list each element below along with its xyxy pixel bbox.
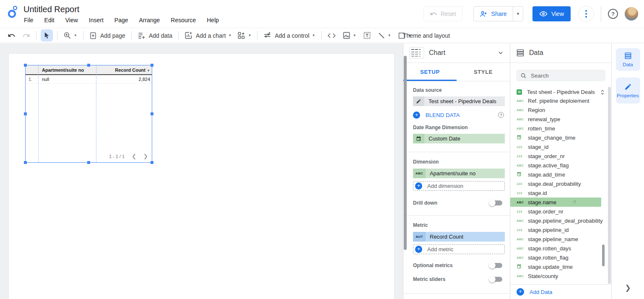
reset-button[interactable]: Reset — [423, 6, 462, 21]
url-embed-button[interactable] — [326, 31, 338, 40]
data-source-row[interactable]: Test sheet - Pipedrive Deals — [516, 89, 605, 95]
field-stage.id[interactable]: 123stage.id — [510, 188, 611, 198]
resize-handle[interactable] — [24, 161, 27, 164]
pencil-icon[interactable] — [413, 96, 424, 106]
field-name: stage.deal_probability — [528, 181, 581, 187]
more-options-button[interactable] — [578, 6, 594, 22]
rail-properties-button[interactable]: Properties — [616, 78, 640, 104]
field-list-scrollbar[interactable] — [602, 244, 605, 266]
field-State/county[interactable]: ABCState/county — [510, 271, 611, 281]
data-panel: Data Test sheet - Pipedrive Deals ABCRef… — [510, 43, 611, 299]
image-button[interactable]: ▼ — [341, 31, 358, 39]
date-range-dimension-label: Date Range Dimension — [413, 125, 505, 130]
menu-help[interactable]: Help — [207, 17, 219, 23]
field-stage_order_nr[interactable]: 123stage_order_nr — [510, 151, 611, 161]
page-next-icon[interactable]: ❯ — [143, 153, 148, 159]
line-button[interactable]: ▼ — [376, 32, 393, 39]
chevron-down-icon[interactable] — [497, 49, 504, 56]
tab-style[interactable]: STYLE — [457, 63, 510, 81]
resize-handle[interactable] — [151, 161, 153, 164]
cursor-icon — [44, 32, 50, 39]
search-input[interactable] — [531, 73, 594, 79]
menu-resource[interactable]: Resource — [171, 17, 196, 23]
table-chart[interactable]: Apartment/suite no Record Count ▼ 1. nul… — [25, 65, 152, 163]
resize-handle[interactable] — [87, 161, 90, 164]
text-field-icon: ABC — [517, 256, 528, 260]
field-stage.update_time[interactable]: stage.update_time — [510, 262, 611, 271]
date-range-dimension-chip[interactable]: Custom Date — [413, 134, 505, 143]
add-chart-button[interactable]: Add a chart ▼ — [183, 31, 234, 39]
menu-file[interactable]: File — [24, 17, 34, 23]
view-button[interactable]: View — [532, 6, 571, 21]
calendar-icon — [413, 134, 424, 143]
metric-sliders-toggle[interactable] — [490, 277, 502, 282]
select-tool-button[interactable] — [41, 29, 53, 42]
field-stage.pipeline_deal_probability[interactable]: ABCstage.pipeline_deal_probability — [510, 216, 611, 225]
panel-scrollbar[interactable] — [608, 87, 611, 284]
add-data-button[interactable]: Add data — [136, 31, 174, 39]
setup-scrollbar[interactable] — [404, 56, 407, 250]
canvas[interactable]: Apartment/suite no Record Count ▼ 1. nul… — [0, 44, 403, 299]
field-stage.pipeline_name[interactable]: ABCstage.pipeline_name — [510, 234, 611, 244]
undo-button[interactable] — [8, 31, 16, 39]
metric-chip[interactable]: AUT Record Count — [413, 232, 505, 242]
report-title[interactable]: Untitled Report — [23, 5, 79, 14]
avatar[interactable] — [625, 7, 638, 21]
header-divider — [601, 6, 601, 22]
blend-data-button[interactable]: + BLEND DATA ? — [413, 110, 505, 120]
add-data-button[interactable]: + Add Data — [510, 284, 611, 299]
blend-help-icon[interactable]: ? — [498, 112, 504, 118]
menu-view[interactable]: View — [65, 17, 78, 23]
rail-data-button[interactable]: Data — [616, 48, 640, 71]
resize-handle[interactable] — [151, 64, 153, 67]
redo-button[interactable] — [22, 31, 30, 39]
share-button[interactable]: Share ▼ — [473, 6, 523, 21]
add-page-button[interactable]: Add page — [88, 32, 127, 39]
field-stage.rotten_days[interactable]: ABCstage.rotten_days — [510, 244, 611, 253]
field-stage.name[interactable]: ABCstage.name☝ — [510, 198, 601, 207]
dimension-chip[interactable]: ABC Apartment/suite no — [413, 169, 505, 178]
field-stage.add_time[interactable]: stage.add_time — [510, 170, 611, 179]
field-rotten_time[interactable]: ABCrotten_time — [510, 124, 611, 133]
collapse-panel-chevron-icon[interactable]: ❯ — [625, 283, 631, 292]
optional-metrics-toggle[interactable] — [490, 263, 502, 268]
resize-handle[interactable] — [151, 112, 153, 115]
report-page[interactable]: Apartment/suite no Record Count ▼ 1. nul… — [8, 53, 395, 299]
add-dimension-button[interactable]: + Add dimension — [413, 181, 505, 191]
add-control-button[interactable]: Add a control ▼ — [262, 31, 317, 39]
share-dropdown-caret[interactable]: ▼ — [513, 6, 523, 21]
resize-handle[interactable] — [24, 64, 27, 67]
theme-and-layout-button[interactable]: Theme and layout — [403, 32, 450, 39]
field-stage.active_flag[interactable]: ABCstage.active_flag — [510, 161, 611, 170]
community-visualizations-button[interactable]: ▼ — [236, 31, 253, 39]
menu-arrange[interactable]: Arrange — [139, 17, 160, 23]
field-stage.rotten_flag[interactable]: ABCstage.rotten_flag — [510, 253, 611, 262]
field-stage.order_nr[interactable]: 123stage.order_nr — [510, 207, 611, 216]
menu-insert[interactable]: Insert — [89, 17, 104, 23]
field-stage.deal_probability[interactable]: 123stage.deal_probability — [510, 179, 611, 188]
data-source-chip[interactable]: Test sheet - Pipedrive Deals — [413, 96, 505, 106]
search-icon — [520, 73, 527, 79]
field-stage_id[interactable]: 123stage_id — [510, 142, 611, 151]
page-prev-icon[interactable]: ❮ — [132, 153, 136, 159]
table-col-metric[interactable]: Record Count ▼ — [96, 68, 150, 73]
field-Region[interactable]: ABCRegion — [510, 105, 611, 114]
field-stage_change_time[interactable]: stage_change_time — [510, 133, 611, 142]
field-stage.pipeline_id[interactable]: 123stage.pipeline_id — [510, 225, 611, 234]
field-Ref. pipeline deploiement[interactable]: ABCRef. pipeline deploiement — [510, 96, 611, 105]
collapse-icon[interactable] — [600, 89, 605, 95]
menu-page[interactable]: Page — [114, 17, 128, 23]
drill-down-toggle[interactable] — [490, 200, 502, 205]
field-renewal_type[interactable]: ABCrenewal_type — [510, 114, 611, 124]
text-button[interactable] — [361, 31, 373, 39]
tab-setup[interactable]: SETUP — [403, 63, 457, 81]
resize-handle[interactable] — [24, 112, 27, 115]
field-name: stage.order_nr — [528, 208, 564, 215]
zoom-tool[interactable]: ▼ — [62, 31, 79, 39]
add-metric-button[interactable]: + Add metric — [413, 244, 505, 254]
menu-edit[interactable]: Edit — [44, 17, 55, 23]
table-col-dimension[interactable]: Apartment/suite no — [38, 68, 96, 73]
help-icon[interactable]: ? — [608, 9, 618, 19]
search-box[interactable] — [516, 70, 605, 81]
resize-handle[interactable] — [87, 64, 90, 67]
